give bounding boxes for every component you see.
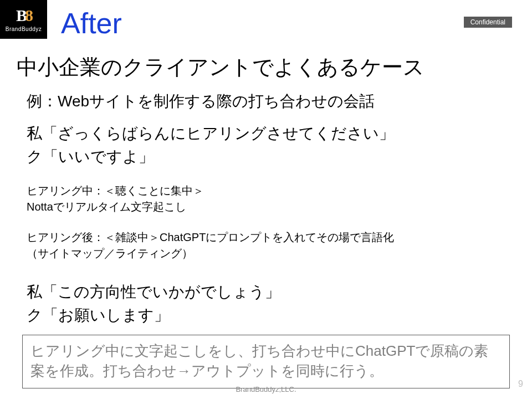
during-hearing-block: ヒアリング中：＜聴くことに集中＞ Nottaでリアルタイム文字起こし	[27, 183, 204, 215]
during-line: ヒアリング中：＜聴くことに集中＞	[27, 183, 204, 199]
summary-box: ヒアリング中に文字起こしをし、打ち合わせ中にChatGPTで原稿の素案を作成。打…	[22, 335, 510, 388]
page-number: 9	[518, 379, 523, 389]
footer-company: BrandBuddyz,LLC.	[0, 385, 532, 393]
dialog-block-2: 私「この方向性でいかがでしょう」 ク「お願いします」	[27, 280, 280, 327]
dialog-line: 私「この方向性でいかがでしょう」	[27, 280, 280, 304]
main-heading: 中小企業のクライアントでよくあるケース	[17, 53, 424, 81]
dialog-block-1: 私「ざっくらばらんにヒアリングさせてください」 ク「いいですよ」	[27, 122, 395, 168]
example-subheading: 例：Webサイトを制作する際の打ち合わせの会話	[27, 91, 375, 112]
dialog-line: ク「お願いします」	[27, 304, 280, 327]
dialog-line: ク「いいですよ」	[27, 145, 395, 168]
after-line: （サイトマップ／ライティング）	[27, 245, 394, 262]
brand-logo: B8 BrandBuddyz	[0, 0, 47, 39]
dialog-line: 私「ざっくらばらんにヒアリングさせてください」	[27, 122, 395, 145]
logo-text: BrandBuddyz	[6, 26, 42, 32]
confidential-badge: Confidential	[464, 17, 512, 28]
logo-mark: B8	[16, 7, 31, 24]
slide-title: After	[61, 7, 122, 40]
after-line: ヒアリング後：＜雑談中＞ChatGPTにプロンプトを入れてその場で言語化	[27, 229, 394, 245]
during-line: Nottaでリアルタイム文字起こし	[27, 199, 204, 215]
after-hearing-block: ヒアリング後：＜雑談中＞ChatGPTにプロンプトを入れてその場で言語化 （サイ…	[27, 229, 394, 262]
